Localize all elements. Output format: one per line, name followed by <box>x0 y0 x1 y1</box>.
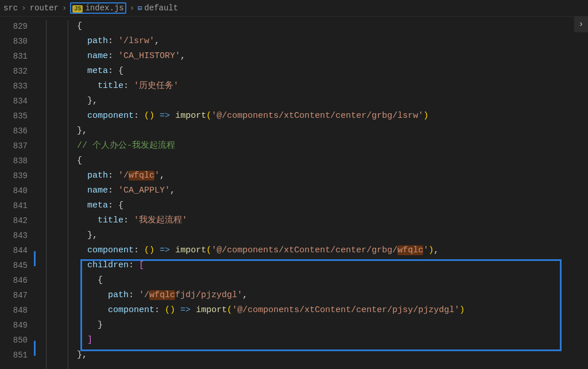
search-match: wfqlc <box>149 290 175 300</box>
breadcrumb-folder[interactable]: src <box>3 3 18 13</box>
line-number-gutter: 829830831832833 834835836837838 83984084… <box>0 17 36 369</box>
breadcrumb-symbol[interactable]: default <box>144 3 178 13</box>
chevron-right-icon: › <box>21 3 26 13</box>
search-match: wfqlc <box>397 245 423 255</box>
breadcrumb-file[interactable]: JSindex.js <box>70 2 126 14</box>
chevron-right-icon: › <box>130 3 134 13</box>
symbol-icon: ⊟ <box>138 4 142 13</box>
code-area[interactable]: { path: '/lsrw', name: 'CA_HISTORY', met… <box>36 17 588 369</box>
breadcrumbs: src › router › JSindex.js › ⊟ default <box>0 0 588 17</box>
chevron-right-icon: › <box>62 3 67 13</box>
javascript-icon: JS <box>72 5 83 13</box>
code-editor[interactable]: 829830831832833 834835836837838 83984084… <box>0 17 588 369</box>
breadcrumb-folder[interactable]: router <box>30 3 59 13</box>
search-match: wfqlc <box>129 171 154 180</box>
